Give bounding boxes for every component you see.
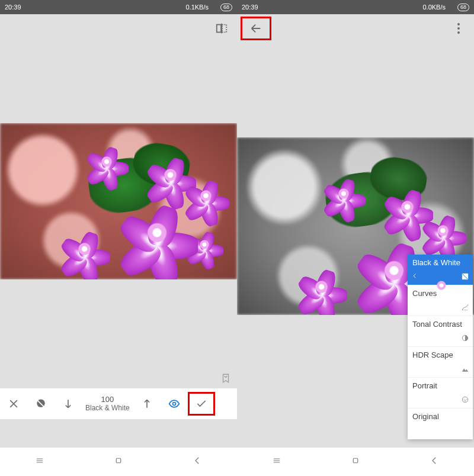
increase-button[interactable] (133, 388, 161, 419)
effect-label: Tonal Contrast (412, 320, 462, 329)
back-button[interactable] (241, 17, 271, 40)
nav-recent[interactable] (271, 455, 282, 468)
edited-image-left[interactable] (0, 123, 237, 279)
effect-label: Original (412, 412, 439, 421)
nav-back[interactable] (192, 455, 203, 468)
svg-point-2 (172, 403, 175, 406)
effect-original[interactable]: Original (408, 409, 473, 439)
filter-value: 100 (85, 395, 130, 404)
screen-right: 20:39 0.0KB/s 68 (237, 0, 474, 476)
status-time: 20:39 (242, 4, 258, 11)
svg-rect-1 (222, 25, 226, 33)
compare-icon[interactable] (210, 17, 233, 40)
svg-point-7 (464, 399, 465, 400)
status-time: 20:39 (5, 4, 21, 11)
status-bar-left: 20:39 0.1KB/s 68 (0, 0, 237, 14)
contrast-icon (461, 334, 469, 344)
status-indicators: 0.0KB/s 68 (422, 4, 469, 11)
nav-bar-right (237, 448, 474, 476)
nav-bar-left (0, 448, 237, 476)
landscape-icon (461, 365, 469, 375)
nav-home[interactable] (350, 455, 361, 468)
preview-toggle[interactable] (161, 388, 188, 419)
canvas-left: 100 Black & White (0, 43, 237, 448)
cancel-button[interactable] (0, 388, 27, 419)
app-bar-right (237, 14, 474, 43)
effect-label: HDR Scape (412, 350, 453, 359)
face-icon (461, 395, 469, 406)
battery-pill: 68 (220, 4, 232, 11)
svg-rect-3 (116, 458, 121, 463)
mask-brush-button[interactable] (27, 388, 55, 419)
nav-home[interactable] (113, 455, 124, 468)
svg-rect-0 (217, 25, 221, 33)
filter-indicator[interactable]: 100 Black & White (82, 395, 133, 413)
screen-left: 20:39 0.1KB/s 68 (0, 0, 237, 476)
apply-button[interactable] (188, 388, 215, 419)
editor-toolbar: 100 Black & White (0, 388, 237, 419)
battery-pill: 68 (457, 4, 469, 11)
effect-tonal-contrast[interactable]: Tonal Contrast (408, 316, 473, 347)
curves-icon (461, 303, 469, 313)
nav-back[interactable] (429, 455, 440, 468)
edited-image-right[interactable] (237, 137, 474, 315)
canvas-right: Black & White Curves Tonal Contrast HDR … (237, 43, 474, 448)
nav-recent[interactable] (34, 455, 45, 468)
status-indicators: 0.1KB/s 68 (185, 4, 232, 11)
svg-point-6 (462, 397, 467, 402)
bw-icon (461, 272, 469, 282)
status-net: 0.1KB/s (185, 4, 209, 11)
svg-rect-9 (353, 458, 358, 463)
status-bar-right: 20:39 0.0KB/s 68 (237, 0, 474, 14)
filter-label: Black & White (85, 404, 130, 413)
app-bar-left (0, 14, 237, 43)
overflow-menu[interactable] (447, 17, 470, 40)
decrease-button[interactable] (55, 388, 82, 419)
bookmark-icon[interactable] (220, 373, 231, 386)
effect-portrait[interactable]: Portrait (408, 378, 473, 409)
effect-hdr-scape[interactable]: HDR Scape (408, 347, 473, 378)
effect-label: Portrait (412, 381, 437, 390)
svg-point-8 (466, 399, 466, 400)
status-net: 0.0KB/s (422, 4, 446, 11)
